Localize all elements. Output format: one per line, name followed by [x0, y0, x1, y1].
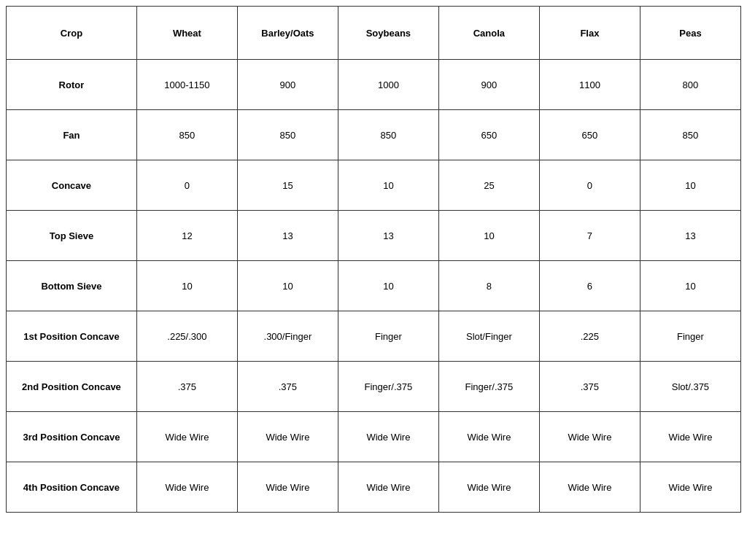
table-row: Concave0151025010 [7, 160, 741, 211]
cell-flax: 0 [539, 160, 640, 211]
cell-wheat: 850 [136, 110, 237, 160]
table-row: 1st Position Concave.225/.300.300/Finger… [7, 311, 741, 362]
cell-barley: 13 [237, 211, 338, 261]
cell-wheat: Wide Wire [136, 412, 237, 462]
header-barley: Barley/Oats [237, 7, 338, 60]
row-label: Concave [7, 160, 137, 211]
row-label: 2nd Position Concave [7, 362, 137, 412]
cell-wheat: 0 [136, 160, 237, 211]
cell-soybeans: Finger [338, 311, 438, 362]
cell-canola: Wide Wire [438, 462, 539, 513]
cell-flax: 7 [539, 211, 640, 261]
row-label: Top Sieve [7, 211, 137, 261]
cell-wheat: Wide Wire [136, 462, 237, 513]
cell-barley: Wide Wire [237, 412, 338, 462]
table-row: Top Sieve12131310713 [7, 211, 741, 261]
cell-peas: 850 [640, 110, 740, 160]
cell-wheat: .375 [136, 362, 237, 412]
table-container: Crop Wheat Barley/Oats Soybeans Canola F… [0, 0, 747, 560]
header-peas: Peas [640, 7, 740, 60]
cell-peas: Wide Wire [640, 412, 740, 462]
cell-peas: 800 [640, 60, 740, 110]
cell-peas: Slot/.375 [640, 362, 740, 412]
cell-flax: 650 [539, 110, 640, 160]
header-wheat: Wheat [136, 7, 237, 60]
cell-flax: .375 [539, 362, 640, 412]
cell-peas: 10 [640, 160, 740, 211]
cell-canola: Wide Wire [438, 412, 539, 462]
table-row: 3rd Position ConcaveWide WireWide WireWi… [7, 412, 741, 462]
cell-soybeans: Wide Wire [338, 412, 438, 462]
table-row: 2nd Position Concave.375.375Finger/.375F… [7, 362, 741, 412]
cell-barley: .375 [237, 362, 338, 412]
cell-peas: Finger [640, 311, 740, 362]
cell-canola: 10 [438, 211, 539, 261]
cell-peas: Wide Wire [640, 462, 740, 513]
cell-barley: 15 [237, 160, 338, 211]
row-label: 4th Position Concave [7, 462, 137, 513]
cell-barley: 900 [237, 60, 338, 110]
row-label: Fan [7, 110, 137, 160]
cell-flax: 1100 [539, 60, 640, 110]
header-row: Crop Wheat Barley/Oats Soybeans Canola F… [7, 7, 741, 60]
cell-barley: 10 [237, 261, 338, 311]
cell-soybeans: Finger/.375 [338, 362, 438, 412]
cell-wheat: 1000-1150 [136, 60, 237, 110]
cell-barley: Wide Wire [237, 462, 338, 513]
cell-barley: .300/Finger [237, 311, 338, 362]
cell-canola: 25 [438, 160, 539, 211]
row-label: Bottom Sieve [7, 261, 137, 311]
table-row: Rotor1000-115090010009001100800 [7, 60, 741, 110]
cell-flax: .225 [539, 311, 640, 362]
cell-soybeans: 850 [338, 110, 438, 160]
cell-wheat: .225/.300 [136, 311, 237, 362]
cell-canola: 900 [438, 60, 539, 110]
cell-flax: Wide Wire [539, 412, 640, 462]
cell-peas: 10 [640, 261, 740, 311]
cell-flax: 6 [539, 261, 640, 311]
cell-soybeans: Wide Wire [338, 462, 438, 513]
table-row: Bottom Sieve1010108610 [7, 261, 741, 311]
cell-canola: Slot/Finger [438, 311, 539, 362]
header-flax: Flax [539, 7, 640, 60]
table-row: 4th Position ConcaveWide WireWide WireWi… [7, 462, 741, 513]
cell-flax: Wide Wire [539, 462, 640, 513]
header-canola: Canola [438, 7, 539, 60]
cell-soybeans: 13 [338, 211, 438, 261]
row-label: 3rd Position Concave [7, 412, 137, 462]
crop-settings-table: Crop Wheat Barley/Oats Soybeans Canola F… [6, 6, 741, 513]
cell-wheat: 10 [136, 261, 237, 311]
cell-wheat: 12 [136, 211, 237, 261]
cell-soybeans: 10 [338, 261, 438, 311]
header-soybeans: Soybeans [338, 7, 438, 60]
table-row: Fan850850850650650850 [7, 110, 741, 160]
cell-soybeans: 10 [338, 160, 438, 211]
cell-canola: 650 [438, 110, 539, 160]
cell-canola: 8 [438, 261, 539, 311]
cell-soybeans: 1000 [338, 60, 438, 110]
row-label: Rotor [7, 60, 137, 110]
cell-barley: 850 [237, 110, 338, 160]
header-crop: Crop [7, 7, 137, 60]
cell-canola: Finger/.375 [438, 362, 539, 412]
row-label: 1st Position Concave [7, 311, 137, 362]
cell-peas: 13 [640, 211, 740, 261]
